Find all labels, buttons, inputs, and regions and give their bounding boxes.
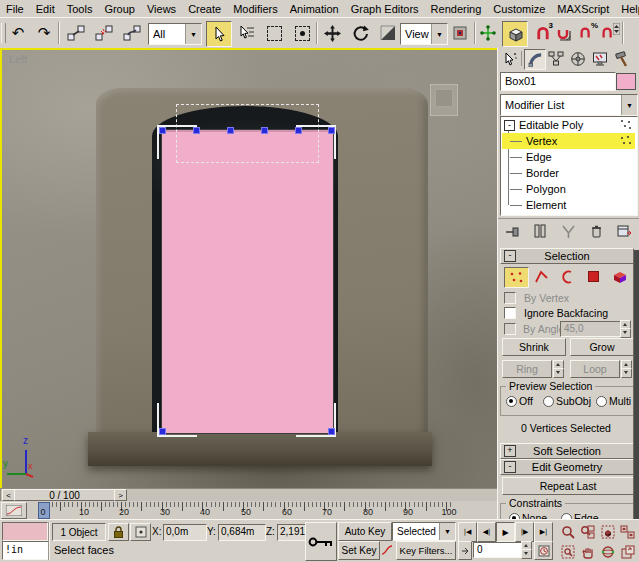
tree-collapse-icon[interactable]: - [504, 120, 515, 131]
menu-views[interactable]: Views [141, 3, 182, 15]
undo-icon[interactable]: ↶ [6, 21, 30, 45]
time-configuration-button[interactable] [534, 541, 553, 560]
border-subobject-button[interactable] [556, 267, 579, 286]
chevron-down-icon[interactable]: ▼ [185, 24, 201, 44]
chevron-down-icon[interactable]: ▼ [439, 523, 455, 540]
auto-key-button[interactable]: Auto Key [338, 522, 392, 541]
loop-button[interactable]: Loop [570, 360, 620, 378]
by-angle-field[interactable]: 45,0 [560, 321, 621, 337]
absolute-mode-toggle[interactable] [130, 523, 151, 541]
remove-modifier-button[interactable] [584, 222, 608, 240]
frame-spinner[interactable] [521, 541, 530, 557]
key-filters-button[interactable]: Key Filters... [396, 541, 456, 560]
key-filter-dropdown[interactable]: Selected ▼ [392, 522, 456, 541]
preview-off-radio[interactable] [506, 396, 517, 407]
panel-scrollbar[interactable] [633, 250, 639, 519]
grow-button[interactable]: Grow [570, 338, 634, 356]
collapse-icon[interactable]: - [504, 250, 516, 262]
select-by-name-button[interactable] [234, 21, 258, 45]
menu-animation[interactable]: Animation [284, 3, 345, 15]
percent-snap-toggle[interactable]: % [574, 21, 598, 45]
selection-rollout-header[interactable]: - Selection [500, 248, 634, 264]
element-subobject-button[interactable] [608, 267, 631, 286]
select-and-manipulate-button[interactable] [478, 21, 498, 45]
edge-subobject-button[interactable] [530, 267, 553, 286]
menu-maxscript[interactable]: MAXScript [551, 3, 615, 15]
by-vertex-checkbox[interactable] [504, 292, 516, 304]
y-coordinate-field[interactable]: 0,684m [218, 524, 266, 541]
key-mode-toggle[interactable] [458, 541, 472, 560]
select-object-button[interactable] [206, 21, 232, 47]
menu-customize[interactable]: Customize [487, 3, 551, 15]
viewport-label[interactable]: Left [9, 53, 27, 65]
arc-rotate-icon[interactable] [598, 542, 617, 561]
rectangular-selection-region-button[interactable] [262, 21, 286, 45]
select-and-link-icon[interactable] [64, 21, 88, 45]
unlink-selection-icon[interactable] [92, 21, 116, 45]
x-coordinate-field[interactable]: 0,0m [163, 524, 207, 541]
tab-create[interactable] [500, 49, 520, 68]
show-end-result-button[interactable] [528, 222, 552, 240]
collapse-icon[interactable]: - [504, 461, 516, 473]
pan-hand-icon[interactable] [578, 542, 597, 561]
viewport-left[interactable]: z y x Left [0, 48, 501, 492]
configure-modifier-sets-button[interactable] [612, 222, 636, 240]
stack-root-row[interactable]: - Editable Poly [502, 117, 634, 133]
object-name-field[interactable]: Box01 [500, 72, 616, 91]
z-coordinate-field[interactable]: 2,191m [277, 524, 308, 541]
menu-file[interactable]: File [0, 3, 30, 15]
object-color-swatch[interactable] [616, 73, 636, 90]
zoom-extents-icon[interactable] [598, 522, 617, 541]
select-and-rotate-button[interactable] [348, 21, 372, 45]
expand-icon[interactable]: + [504, 445, 516, 457]
menu-create[interactable]: Create [182, 3, 227, 15]
bind-to-space-warp-icon[interactable] [120, 21, 144, 45]
ignore-backfacing-checkbox[interactable] [504, 307, 516, 319]
tab-hierarchy[interactable] [546, 49, 566, 68]
region-zoom-icon[interactable] [558, 542, 577, 561]
polygon-subobject-button[interactable] [582, 267, 605, 286]
time-slider-thumb[interactable]: 0 / 100 [14, 489, 115, 501]
select-and-move-button[interactable] [320, 21, 344, 45]
ring-spinner[interactable] [553, 360, 562, 376]
track-bar[interactable]: 0 10 20 30 40 50 60 70 80 90 100 [0, 501, 497, 520]
tab-modify[interactable] [524, 49, 546, 70]
set-key-button[interactable]: Set Key [338, 541, 380, 560]
vertex-subobject-button[interactable] [504, 267, 529, 288]
open-mini-curve-editor-button[interactable] [1, 502, 27, 519]
spinner-snap-toggle[interactable] [596, 21, 620, 45]
zoom-extents-all-icon[interactable] [618, 522, 637, 541]
vertex-handle[interactable] [159, 127, 166, 134]
tab-motion[interactable] [568, 49, 588, 68]
pin-stack-button[interactable] [500, 222, 524, 240]
make-unique-button[interactable] [556, 222, 580, 240]
previous-frame-button[interactable]: ◀| [477, 522, 496, 542]
selection-filter-dropdown[interactable]: All ▼ [148, 23, 202, 45]
go-to-end-button[interactable]: ▶| [534, 522, 553, 542]
menu-help[interactable]: Help [615, 3, 639, 15]
snaps-toggle-icon[interactable]: 3 [530, 21, 554, 45]
snaps-toggle-3d-button[interactable] [502, 21, 528, 47]
macro-recorder-pane[interactable] [2, 522, 48, 541]
stack-row-element[interactable]: Element [502, 197, 634, 213]
selection-lock-toggle[interactable] [108, 523, 129, 541]
vertex-handle[interactable] [328, 428, 335, 435]
ring-button[interactable]: Ring [502, 360, 552, 378]
maxscript-mini-listener[interactable]: !in [2, 541, 50, 560]
use-pivot-point-center-button[interactable] [450, 21, 470, 45]
menu-modifiers[interactable]: Modifiers [227, 3, 284, 15]
default-in-out-tangents-button[interactable] [380, 541, 394, 558]
shrink-button[interactable]: Shrink [502, 338, 566, 356]
preview-subobj-radio[interactable] [543, 396, 554, 407]
by-angle-spinner[interactable] [620, 320, 629, 336]
menu-graph-editors[interactable]: Graph Editors [345, 3, 425, 15]
menu-edit[interactable]: Edit [30, 3, 61, 15]
stack-row-polygon[interactable]: Polygon [502, 181, 634, 197]
menu-group[interactable]: Group [98, 3, 141, 15]
repeat-last-button[interactable]: Repeat Last [502, 477, 634, 495]
time-slider-track[interactable]: < 0 / 100 > [0, 488, 499, 502]
go-to-start-button[interactable]: |◀ [458, 522, 477, 542]
preview-multi-radio[interactable] [596, 396, 607, 407]
loop-spinner[interactable] [621, 360, 630, 376]
tab-display[interactable] [590, 49, 610, 68]
